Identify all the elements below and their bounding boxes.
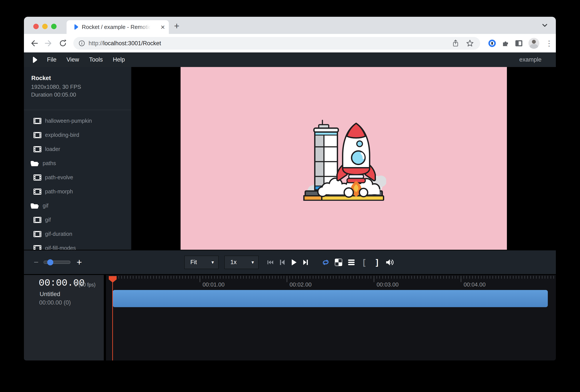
ruler-time-label: 00:01.00 — [203, 281, 225, 288]
reload-button[interactable] — [58, 39, 67, 48]
sidebar-folder-item[interactable]: gif — [24, 199, 131, 213]
composition-label: path-morph — [45, 188, 73, 195]
url-scheme: http:// — [89, 40, 103, 47]
play-button[interactable] — [291, 259, 297, 265]
menu-file[interactable]: File — [47, 56, 57, 63]
browser-menu-icon[interactable]: ⋮ — [545, 40, 553, 47]
browser-toolbar: http://localhost:3001/Rocket ⋮ — [24, 34, 556, 52]
video-canvas — [181, 67, 507, 250]
remotion-favicon-icon — [73, 24, 79, 30]
composition-duration: Duration 00:05.00 — [31, 91, 76, 98]
minimize-window-button[interactable] — [42, 24, 48, 29]
second-tick — [461, 276, 461, 282]
url-host-path: localhost:3001/Rocket — [103, 40, 161, 47]
film-icon — [33, 217, 41, 223]
forward-button[interactable] — [44, 39, 53, 48]
second-tick — [287, 276, 287, 282]
playhead-line — [112, 276, 113, 361]
sidebar-folder-item[interactable]: paths — [24, 156, 131, 170]
composition-label: gif-duration — [45, 231, 72, 237]
previous-frame-button[interactable] — [279, 259, 286, 265]
track-name: Untitled — [40, 291, 60, 298]
ruler-time-label: 00:02.00 — [290, 281, 311, 288]
menu-help[interactable]: Help — [113, 56, 125, 63]
site-info-icon[interactable] — [79, 40, 85, 47]
sidebar-composition-item[interactable]: path-evolve — [24, 170, 131, 184]
film-icon — [33, 146, 41, 152]
track-duration: 00:00.00 (0) — [39, 299, 71, 306]
menu-tools[interactable]: Tools — [89, 56, 103, 63]
tab-strip: Rocket / example - Remotion P × + — [24, 17, 556, 34]
playback-controls-bar: − + Fit ▾ 1x ▾ — [24, 250, 556, 274]
folder-open-icon — [30, 160, 39, 167]
tab-search-chevron-icon[interactable] — [541, 23, 549, 28]
sidebar-composition-item[interactable]: path-morph — [24, 184, 131, 199]
timeline-rows-icon[interactable] — [347, 259, 355, 265]
second-tick — [374, 276, 374, 282]
preview-viewer — [132, 67, 556, 250]
close-window-button[interactable] — [33, 24, 39, 29]
ruler-time-label: 00:03.00 — [377, 281, 399, 288]
bookmark-star-icon[interactable] — [466, 40, 474, 47]
next-frame-button[interactable] — [302, 259, 309, 265]
timeline-clip[interactable] — [113, 290, 548, 307]
password-manager-extension-icon[interactable] — [488, 40, 496, 47]
tab-close-icon[interactable]: × — [160, 23, 165, 31]
timeline-zoom-in-button[interactable]: + — [77, 257, 82, 267]
remotion-logo-icon[interactable] — [31, 56, 38, 63]
film-icon — [33, 174, 41, 181]
timeline-zoom-out-button[interactable]: − — [32, 258, 40, 267]
remotion-menubar: File View Tools Help example — [24, 52, 556, 67]
playback-speed-select[interactable]: 1x ▾ — [224, 256, 259, 269]
composition-label: path-evolve — [45, 174, 73, 181]
extensions-puzzle-icon[interactable] — [502, 40, 509, 47]
composition-label: halloween-pumpkin — [45, 118, 92, 124]
share-icon[interactable] — [452, 40, 459, 47]
timeline-divider — [104, 275, 106, 361]
sidebar-composition-item[interactable]: halloween-pumpkin — [24, 114, 131, 128]
menu-view[interactable]: View — [67, 56, 79, 63]
frame-ticks — [113, 276, 556, 279]
sidebar-composition-item[interactable]: gif — [24, 213, 131, 227]
composition-dimensions: 1920x1080, 30 FPS — [31, 84, 81, 90]
url-bar[interactable]: http://localhost:3001/Rocket — [73, 37, 480, 50]
composition-label: paths — [43, 160, 56, 166]
current-frame-display: 0 (30 fps) — [74, 282, 96, 288]
new-tab-button[interactable]: + — [174, 21, 179, 31]
timeline-track-area[interactable]: 00:01.0000:02.0000:03.0000:04.00 — [106, 275, 556, 361]
side-panel-icon[interactable] — [515, 40, 522, 46]
profile-avatar[interactable] — [528, 38, 539, 49]
back-button[interactable] — [30, 39, 39, 48]
ruler-time-label: 00:04.00 — [464, 281, 486, 288]
composition-label: exploding-bird — [45, 132, 79, 138]
composition-label: loader — [45, 146, 60, 152]
sidebar-composition-item[interactable]: exploding-bird — [24, 128, 131, 142]
out-point-bracket-button[interactable]: ] — [373, 259, 381, 266]
zoom-slider-thumb[interactable] — [47, 259, 53, 265]
sidebar-composition-item[interactable]: loader — [24, 142, 131, 156]
tab-title-fade — [138, 21, 153, 33]
composition-label: gif — [43, 203, 48, 209]
film-icon — [33, 231, 41, 237]
browser-window: Rocket / example - Remotion P × + http:/… — [24, 17, 556, 361]
url-text[interactable]: http://localhost:3001/Rocket — [89, 40, 452, 47]
main-area: Rocket 1920x1080, 30 FPS Duration 00:05.… — [24, 67, 556, 250]
loop-toggle-icon[interactable] — [321, 259, 330, 266]
composition-label: gif — [45, 217, 51, 223]
film-icon — [33, 188, 41, 195]
canvas-size-select[interactable]: Fit ▾ — [184, 256, 219, 269]
browser-tab[interactable]: Rocket / example - Remotion P × — [67, 20, 169, 34]
skip-to-start-button[interactable] — [267, 259, 274, 265]
transparency-checkerboard-icon[interactable] — [334, 259, 343, 266]
timeline-info-panel: 00:00.00 0 (30 fps) Untitled 00:00.00 (0… — [24, 275, 104, 361]
film-icon — [33, 132, 41, 138]
sidebar-composition-item[interactable]: gif-duration — [24, 227, 131, 241]
composition-list: halloween-pumpkin exploding-bird — [24, 114, 131, 255]
composition-name: Rocket — [31, 75, 51, 82]
fullscreen-window-button[interactable] — [51, 24, 57, 29]
volume-icon[interactable] — [386, 259, 394, 266]
sidebar-divider — [24, 110, 131, 110]
timeline-zoom-slider[interactable] — [43, 261, 70, 264]
second-tick — [200, 276, 200, 282]
in-point-bracket-button[interactable]: [ — [360, 259, 368, 266]
